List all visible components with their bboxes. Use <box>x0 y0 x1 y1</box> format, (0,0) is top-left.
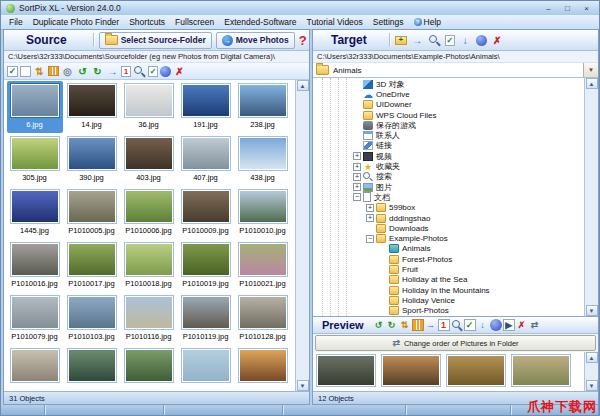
menu-item-duplicate-photo-finder[interactable]: Duplicate Photo Finder <box>28 17 124 27</box>
thumbnail-grid-icon[interactable] <box>48 66 59 76</box>
thumbnail-P1010018.jpg[interactable]: P1010018.jpg <box>121 240 177 292</box>
expander-toggle-icon[interactable]: + <box>353 163 361 171</box>
thumbnail-438.jpg[interactable]: 438.jpg <box>235 134 291 186</box>
thumbnail[interactable] <box>510 354 572 389</box>
move-photos-button[interactable]: → Move Photos <box>216 32 295 49</box>
rename-1-icon[interactable]: 1 <box>121 66 131 77</box>
tree-item-holiday-in-the-mountains[interactable]: +Holiday in the Mountains <box>313 285 584 295</box>
thumbnail-image[interactable] <box>67 242 117 277</box>
tree-scrollbar[interactable]: ▲ ▼ <box>584 78 598 316</box>
thumbnail-14.jpg[interactable]: 14.jpg <box>64 81 120 133</box>
slideshow-icon[interactable]: ▶ <box>503 319 515 331</box>
thumbnail-image[interactable] <box>181 295 231 330</box>
expander-toggle-icon[interactable]: + <box>353 173 361 181</box>
thumbnail[interactable] <box>7 346 63 391</box>
magnifier-icon[interactable] <box>133 65 146 78</box>
thumbnail-P1010010.jpg[interactable]: P1010010.jpg <box>235 187 291 239</box>
expander-toggle-icon[interactable]: − <box>366 235 374 243</box>
thumbnail-image[interactable] <box>10 83 60 118</box>
menu-item-extended-software[interactable]: Extended-Software <box>219 17 301 27</box>
thumbnail[interactable] <box>235 346 291 391</box>
thumbnail-P1010079.jpg[interactable]: P1010079.jpg <box>7 293 63 345</box>
thumbnail-image[interactable] <box>67 295 117 330</box>
delete-x-icon[interactable]: ✗ <box>516 319 528 331</box>
copy-check-icon[interactable]: ✓ <box>445 35 455 46</box>
reorder-icon[interactable]: ⇄ <box>529 319 541 331</box>
menu-item-help[interactable]: ?Help <box>409 17 446 27</box>
thumbnail-305.jpg[interactable]: 305.jpg <box>7 134 63 186</box>
menu-item-file[interactable]: File <box>4 17 28 27</box>
tree-item-联系人[interactable]: +联系人 <box>313 130 584 140</box>
thumbnail-image[interactable] <box>124 189 174 224</box>
thumbnail-image[interactable] <box>181 189 231 224</box>
thumbnail-P1010017.jpg[interactable]: P1010017.jpg <box>64 240 120 292</box>
copy-check-icon[interactable]: ✓ <box>464 319 476 331</box>
thumbnail-image[interactable] <box>238 83 288 118</box>
tree-item-forest-photos[interactable]: +Forest-Photos <box>313 254 584 264</box>
thumbnail-image[interactable] <box>238 189 288 224</box>
menu-item-fullscreen[interactable]: Fullscreen <box>170 17 219 27</box>
expander-toggle-icon[interactable]: − <box>353 193 361 201</box>
expander-toggle-icon[interactable]: + <box>353 183 361 191</box>
tree-item-收藏夹[interactable]: +收藏夹 <box>313 161 584 171</box>
web-blue-icon[interactable] <box>160 66 171 77</box>
tree-item-uidowner[interactable]: +UIDowner <box>313 100 584 110</box>
tree-item-animals[interactable]: +Animals <box>313 244 584 254</box>
tree-item-example-photos[interactable]: −Example-Photos <box>313 233 584 243</box>
thumbnail-407.jpg[interactable]: 407.jpg <box>178 134 234 186</box>
thumbnail-1445.jpg[interactable]: 1445.jpg <box>7 187 63 239</box>
magnifier-icon[interactable] <box>428 34 441 47</box>
thumbnail[interactable] <box>178 346 234 391</box>
rotate-right-icon[interactable]: ↻ <box>91 65 104 78</box>
thumbnail-image[interactable] <box>238 242 288 277</box>
tree-item-holiday-at-the-sea[interactable]: +Holiday at the Sea <box>313 275 584 285</box>
thumbnail-191.jpg[interactable]: 191.jpg <box>178 81 234 133</box>
thumbnail-P1010016.jpg[interactable]: P1010016.jpg <box>7 240 63 292</box>
paste-down-icon[interactable]: ↓ <box>459 34 472 47</box>
thumbnail-403.jpg[interactable]: 403.jpg <box>121 134 177 186</box>
rotate-right-icon[interactable]: ↻ <box>386 319 398 331</box>
menu-item-shortcuts[interactable]: Shortcuts <box>124 17 170 27</box>
menu-item-tutorial-videos[interactable]: Tutorial Videos <box>302 17 368 27</box>
thumbnail-image[interactable] <box>381 354 441 387</box>
thumbnail-P1010009.jpg[interactable]: P1010009.jpg <box>178 187 234 239</box>
scroll-up-icon[interactable]: ▲ <box>586 78 598 89</box>
sort-numeric-icon[interactable]: ⇅ <box>33 65 46 78</box>
tree-item-保存的游戏[interactable]: +保存的游戏 <box>313 120 584 130</box>
thumbnail-image[interactable] <box>238 348 288 383</box>
rotate-left-icon[interactable]: ↺ <box>373 319 385 331</box>
rotate-left-icon[interactable]: ↺ <box>76 65 89 78</box>
tree-item-holiday-venice[interactable]: +Holiday Venice <box>313 295 584 305</box>
tree-item-视频[interactable]: +视频 <box>313 151 584 161</box>
rename-1-icon[interactable]: 1 <box>438 319 450 331</box>
thumbnail-390.jpg[interactable]: 390.jpg <box>64 134 120 186</box>
thumbnail-image[interactable] <box>511 354 571 387</box>
tree-item-搜索[interactable]: +搜索 <box>313 172 584 182</box>
copy-check-icon[interactable]: ✓ <box>148 66 158 77</box>
thumbnail[interactable] <box>380 354 442 389</box>
close-button[interactable]: × <box>579 2 594 15</box>
tree-item-wps-cloud-files[interactable]: +WPS Cloud Files <box>313 110 584 120</box>
thumbnail-image[interactable] <box>124 348 174 383</box>
thumbnail-grid-icon[interactable] <box>412 319 424 331</box>
tree-item-文档[interactable]: −文档 <box>313 192 584 202</box>
move-arrow-icon[interactable]: → <box>106 65 119 78</box>
target-folder-dropdown[interactable]: Animals ▼ <box>313 63 598 78</box>
checkbox-checked-icon[interactable]: ✓ <box>7 66 18 77</box>
thumbnail-image[interactable] <box>10 242 60 277</box>
web-blue-icon[interactable] <box>490 319 502 331</box>
thumbnail-image[interactable] <box>181 348 231 383</box>
tree-item-onedrive[interactable]: +OneDrive <box>313 89 584 99</box>
tree-item-599box[interactable]: +599box <box>313 203 584 213</box>
thumbnail-image[interactable] <box>10 348 60 383</box>
thumbnail-image[interactable] <box>316 354 376 387</box>
scroll-up-icon[interactable]: ▲ <box>586 352 598 363</box>
thumbnail-image[interactable] <box>124 83 174 118</box>
thumbnail-P1010005.jpg[interactable]: P1010005.jpg <box>64 187 120 239</box>
thumbnail-36.jpg[interactable]: 36.jpg <box>121 81 177 133</box>
sort-numeric-icon[interactable]: ⇅ <box>399 319 411 331</box>
maximize-button[interactable]: □ <box>560 2 575 15</box>
thumbnail-image[interactable] <box>10 136 60 171</box>
thumbnail[interactable] <box>445 354 507 389</box>
expander-toggle-icon[interactable]: + <box>366 204 374 212</box>
